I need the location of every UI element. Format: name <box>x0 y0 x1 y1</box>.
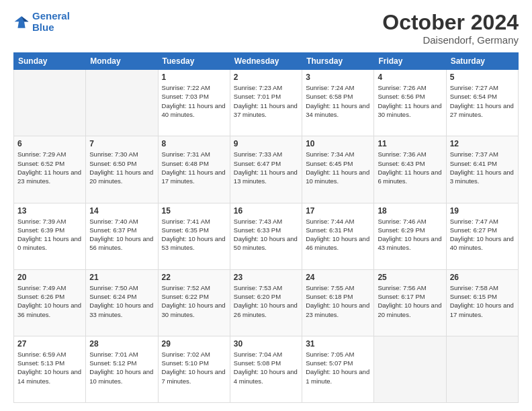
table-row: 8Sunrise: 7:31 AM Sunset: 6:48 PM Daylig… <box>158 136 230 203</box>
table-row <box>446 336 518 402</box>
col-thursday: Thursday <box>302 53 374 70</box>
day-info: Sunrise: 7:41 AM Sunset: 6:35 PM Dayligh… <box>162 217 226 253</box>
table-row: 14Sunrise: 7:40 AM Sunset: 6:37 PM Dayli… <box>86 203 158 269</box>
day-info: Sunrise: 7:05 AM Sunset: 5:07 PM Dayligh… <box>306 350 370 385</box>
table-row: 12Sunrise: 7:37 AM Sunset: 6:41 PM Dayli… <box>446 136 518 203</box>
day-number: 25 <box>378 273 442 282</box>
day-info: Sunrise: 7:27 AM Sunset: 6:54 PM Dayligh… <box>450 83 515 119</box>
day-info: Sunrise: 7:36 AM Sunset: 6:43 PM Dayligh… <box>378 150 442 185</box>
day-number: 9 <box>234 139 298 148</box>
day-number: 15 <box>162 206 226 216</box>
day-number: 28 <box>89 339 154 349</box>
table-row: 15Sunrise: 7:41 AM Sunset: 6:35 PM Dayli… <box>158 203 230 269</box>
table-row: 19Sunrise: 7:47 AM Sunset: 6:27 PM Dayli… <box>446 203 518 269</box>
day-info: Sunrise: 7:49 AM Sunset: 6:26 PM Dayligh… <box>17 283 82 319</box>
table-row <box>14 70 86 136</box>
day-info: Sunrise: 7:44 AM Sunset: 6:31 PM Dayligh… <box>306 217 370 253</box>
day-info: Sunrise: 7:50 AM Sunset: 6:24 PM Dayligh… <box>89 283 154 319</box>
day-number: 18 <box>378 206 442 216</box>
col-friday: Friday <box>374 53 446 70</box>
day-number: 31 <box>306 339 370 349</box>
page: General Blue October 2024 Daisendorf, Ge… <box>0 0 532 411</box>
table-row: 6Sunrise: 7:29 AM Sunset: 6:52 PM Daylig… <box>14 136 86 203</box>
day-number: 26 <box>450 273 515 282</box>
logo-icon <box>13 14 30 30</box>
col-wednesday: Wednesday <box>230 53 302 70</box>
table-row: 10Sunrise: 7:34 AM Sunset: 6:45 PM Dayli… <box>302 136 374 203</box>
day-info: Sunrise: 7:39 AM Sunset: 6:39 PM Dayligh… <box>17 217 82 253</box>
table-row: 25Sunrise: 7:56 AM Sunset: 6:17 PM Dayli… <box>374 269 446 336</box>
day-number: 2 <box>234 73 298 82</box>
day-info: Sunrise: 7:52 AM Sunset: 6:22 PM Dayligh… <box>162 283 226 319</box>
table-row <box>86 70 158 136</box>
day-info: Sunrise: 7:43 AM Sunset: 6:33 PM Dayligh… <box>234 217 298 253</box>
title-block: October 2024 Daisendorf, Germany <box>382 11 519 46</box>
day-number: 5 <box>450 73 515 82</box>
logo: General Blue <box>13 11 70 33</box>
table-row: 30Sunrise: 7:04 AM Sunset: 5:08 PM Dayli… <box>230 336 302 402</box>
calendar-table: Sunday Monday Tuesday Wednesday Thursday… <box>13 52 519 403</box>
day-number: 7 <box>89 139 154 148</box>
day-info: Sunrise: 7:56 AM Sunset: 6:17 PM Dayligh… <box>378 283 442 319</box>
table-row: 26Sunrise: 7:58 AM Sunset: 6:15 PM Dayli… <box>446 269 518 336</box>
table-row: 17Sunrise: 7:44 AM Sunset: 6:31 PM Dayli… <box>302 203 374 269</box>
day-number: 13 <box>17 206 82 216</box>
table-row: 31Sunrise: 7:05 AM Sunset: 5:07 PM Dayli… <box>302 336 374 402</box>
month-title: October 2024 <box>382 11 519 34</box>
table-row: 13Sunrise: 7:39 AM Sunset: 6:39 PM Dayli… <box>14 203 86 269</box>
day-number: 10 <box>306 139 370 148</box>
table-row: 23Sunrise: 7:53 AM Sunset: 6:20 PM Dayli… <box>230 269 302 336</box>
day-info: Sunrise: 7:34 AM Sunset: 6:45 PM Dayligh… <box>306 150 370 185</box>
day-number: 20 <box>17 273 82 282</box>
day-info: Sunrise: 7:02 AM Sunset: 5:10 PM Dayligh… <box>162 350 226 385</box>
day-info: Sunrise: 7:26 AM Sunset: 6:56 PM Dayligh… <box>378 83 442 119</box>
table-row: 16Sunrise: 7:43 AM Sunset: 6:33 PM Dayli… <box>230 203 302 269</box>
table-row: 1Sunrise: 7:22 AM Sunset: 7:03 PM Daylig… <box>158 70 230 136</box>
table-row: 28Sunrise: 7:01 AM Sunset: 5:12 PM Dayli… <box>86 336 158 402</box>
day-number: 27 <box>17 339 82 349</box>
day-number: 3 <box>306 73 370 82</box>
day-info: Sunrise: 7:01 AM Sunset: 5:12 PM Dayligh… <box>89 350 154 385</box>
day-info: Sunrise: 7:24 AM Sunset: 6:58 PM Dayligh… <box>306 83 370 119</box>
table-row: 7Sunrise: 7:30 AM Sunset: 6:50 PM Daylig… <box>86 136 158 203</box>
table-row: 5Sunrise: 7:27 AM Sunset: 6:54 PM Daylig… <box>446 70 518 136</box>
day-info: Sunrise: 7:29 AM Sunset: 6:52 PM Dayligh… <box>17 150 82 185</box>
day-number: 21 <box>89 273 154 282</box>
day-info: Sunrise: 7:33 AM Sunset: 6:47 PM Dayligh… <box>234 150 298 185</box>
table-row <box>374 336 446 402</box>
table-row: 18Sunrise: 7:46 AM Sunset: 6:29 PM Dayli… <box>374 203 446 269</box>
day-info: Sunrise: 6:59 AM Sunset: 5:13 PM Dayligh… <box>17 350 82 385</box>
calendar-week-row: 1Sunrise: 7:22 AM Sunset: 7:03 PM Daylig… <box>14 70 519 136</box>
day-info: Sunrise: 7:04 AM Sunset: 5:08 PM Dayligh… <box>234 350 298 385</box>
calendar-header-row: Sunday Monday Tuesday Wednesday Thursday… <box>14 53 519 70</box>
day-number: 30 <box>234 339 298 349</box>
calendar-week-row: 6Sunrise: 7:29 AM Sunset: 6:52 PM Daylig… <box>14 136 519 203</box>
day-info: Sunrise: 7:40 AM Sunset: 6:37 PM Dayligh… <box>89 217 154 253</box>
table-row: 20Sunrise: 7:49 AM Sunset: 6:26 PM Dayli… <box>14 269 86 336</box>
day-number: 23 <box>234 273 298 282</box>
calendar-week-row: 27Sunrise: 6:59 AM Sunset: 5:13 PM Dayli… <box>14 336 519 402</box>
day-number: 4 <box>378 73 442 82</box>
day-number: 19 <box>450 206 515 216</box>
day-number: 22 <box>162 273 226 282</box>
table-row: 3Sunrise: 7:24 AM Sunset: 6:58 PM Daylig… <box>302 70 374 136</box>
calendar-week-row: 13Sunrise: 7:39 AM Sunset: 6:39 PM Dayli… <box>14 203 519 269</box>
day-info: Sunrise: 7:31 AM Sunset: 6:48 PM Dayligh… <box>162 150 226 185</box>
day-number: 16 <box>234 206 298 216</box>
table-row: 22Sunrise: 7:52 AM Sunset: 6:22 PM Dayli… <box>158 269 230 336</box>
day-info: Sunrise: 7:23 AM Sunset: 7:01 PM Dayligh… <box>234 83 298 119</box>
day-info: Sunrise: 7:30 AM Sunset: 6:50 PM Dayligh… <box>89 150 154 185</box>
day-number: 24 <box>306 273 370 282</box>
day-info: Sunrise: 7:55 AM Sunset: 6:18 PM Dayligh… <box>306 283 370 319</box>
header: General Blue October 2024 Daisendorf, Ge… <box>13 11 519 46</box>
day-number: 1 <box>162 73 226 82</box>
col-tuesday: Tuesday <box>158 53 230 70</box>
day-number: 8 <box>162 139 226 148</box>
calendar-week-row: 20Sunrise: 7:49 AM Sunset: 6:26 PM Dayli… <box>14 269 519 336</box>
table-row: 9Sunrise: 7:33 AM Sunset: 6:47 PM Daylig… <box>230 136 302 203</box>
table-row: 29Sunrise: 7:02 AM Sunset: 5:10 PM Dayli… <box>158 336 230 402</box>
day-number: 29 <box>162 339 226 349</box>
location: Daisendorf, Germany <box>382 34 519 46</box>
day-number: 17 <box>306 206 370 216</box>
col-sunday: Sunday <box>14 53 86 70</box>
